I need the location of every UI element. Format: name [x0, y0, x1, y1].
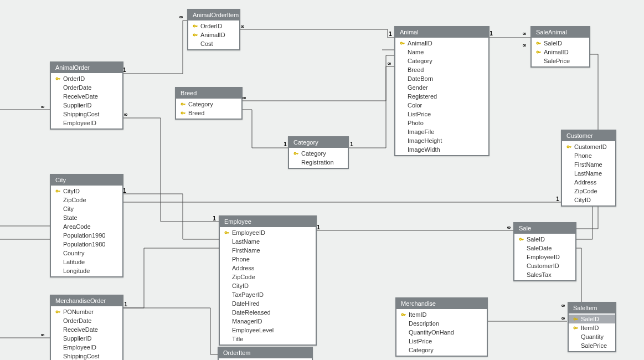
- table-header[interactable]: Merchandise: [396, 299, 487, 309]
- field-row[interactable]: FirstName: [562, 160, 615, 169]
- field-row[interactable]: Address: [220, 264, 316, 272]
- field-row[interactable]: CityID: [220, 281, 316, 290]
- field-row[interactable]: Photo: [395, 119, 488, 127]
- table-animalorderitem[interactable]: AnimalOrderItemOrderIDAnimalIDCost: [187, 9, 240, 50]
- table-header[interactable]: SaleAnimal: [532, 27, 589, 38]
- field-row[interactable]: AnimalID: [395, 39, 488, 48]
- field-row[interactable]: Quantity: [569, 332, 615, 341]
- field-row[interactable]: Breed: [395, 65, 488, 74]
- table-header[interactable]: AnimalOrder: [51, 63, 122, 73]
- table-city[interactable]: CityCityIDZipCodeCityStateAreaCodePopula…: [50, 174, 123, 277]
- table-header[interactable]: SaleItem: [569, 303, 615, 313]
- table-header[interactable]: Customer: [562, 131, 615, 141]
- table-header[interactable]: Sale: [514, 223, 575, 234]
- field-row[interactable]: EmployeeID: [220, 228, 316, 237]
- field-row[interactable]: Title: [220, 335, 316, 343]
- field-row[interactable]: Population1990: [51, 231, 122, 240]
- field-row[interactable]: SupplierID: [51, 334, 122, 343]
- table-header[interactable]: Employee: [220, 217, 316, 227]
- field-row[interactable]: ZipCode: [562, 187, 615, 196]
- field-row[interactable]: EmployeeID: [51, 343, 122, 352]
- field-row[interactable]: Latitude: [51, 258, 122, 266]
- field-row[interactable]: OrderID: [188, 22, 239, 30]
- field-row[interactable]: Name: [395, 48, 488, 56]
- table-category[interactable]: CategoryCategoryRegistration: [288, 136, 349, 169]
- field-row[interactable]: ZipCode: [51, 196, 122, 204]
- field-row[interactable]: CustomerID: [514, 261, 575, 270]
- field-row[interactable]: Address: [562, 178, 615, 187]
- field-row[interactable]: ImageWidth: [395, 145, 488, 154]
- table-header[interactable]: AnimalOrderItem: [188, 10, 239, 20]
- field-row[interactable]: LastName: [562, 169, 615, 178]
- field-row[interactable]: FirstName: [220, 246, 316, 255]
- field-row[interactable]: Gender: [395, 83, 488, 92]
- field-row[interactable]: Country: [51, 249, 122, 258]
- field-row[interactable]: CityID: [51, 187, 122, 196]
- field-row[interactable]: EmployeeLevel: [220, 326, 316, 335]
- table-sale[interactable]: SaleSaleIDSaleDateEmployeeIDCustomerIDSa…: [513, 222, 576, 281]
- field-row[interactable]: Category: [176, 100, 241, 109]
- table-header[interactable]: City: [51, 175, 122, 186]
- field-row[interactable]: OrderDate: [51, 83, 122, 92]
- table-animal[interactable]: AnimalAnimalIDNameCategoryBreedDateBornG…: [394, 26, 490, 156]
- field-row[interactable]: AnimalID: [532, 48, 589, 56]
- field-row[interactable]: CityID: [562, 196, 615, 204]
- field-row[interactable]: ReceiveDate: [51, 325, 122, 334]
- field-row[interactable]: Population1980: [51, 240, 122, 249]
- field-row[interactable]: EmployeeID: [514, 253, 575, 261]
- table-customer[interactable]: CustomerCustomerIDPhoneFirstNameLastName…: [561, 130, 616, 207]
- field-row[interactable]: ImageHeight: [395, 136, 488, 145]
- field-row[interactable]: ShippingCost: [51, 110, 122, 119]
- table-header[interactable]: Animal: [395, 27, 488, 38]
- field-row[interactable]: DateReleased: [220, 308, 316, 317]
- field-row[interactable]: SaleID: [569, 315, 615, 323]
- field-row[interactable]: PONumber: [51, 307, 122, 316]
- field-row[interactable]: Phone: [562, 151, 615, 160]
- field-row[interactable]: ListPrice: [396, 337, 487, 346]
- field-row[interactable]: TaxPayerID: [220, 290, 316, 299]
- field-row[interactable]: LastName: [220, 237, 316, 246]
- table-saleanimal[interactable]: SaleAnimalSaleIDAnimalIDSalePrice: [530, 26, 590, 68]
- table-header[interactable]: OrderItem: [219, 348, 312, 358]
- table-merchandise[interactable]: MerchandiseItemIDDescriptionQuantityOnHa…: [395, 297, 488, 357]
- field-row[interactable]: ListPrice: [395, 110, 488, 119]
- field-row[interactable]: SalePrice: [569, 341, 615, 350]
- field-row[interactable]: City: [51, 204, 122, 213]
- table-breed[interactable]: BreedCategoryBreed: [175, 87, 243, 120]
- field-row[interactable]: OrderID: [51, 74, 122, 83]
- field-row[interactable]: Registered: [395, 92, 488, 101]
- field-row[interactable]: QuantityOnHand: [396, 328, 487, 337]
- table-employee[interactable]: EmployeeEmployeeIDLastNameFirstNamePhone…: [219, 215, 317, 346]
- field-row[interactable]: Longitude: [51, 266, 122, 275]
- field-row[interactable]: Registration: [289, 158, 348, 167]
- table-header[interactable]: Breed: [176, 88, 241, 99]
- table-saleitem[interactable]: SaleItemSaleIDItemIDQuantitySalePrice: [568, 302, 616, 352]
- field-row[interactable]: SupplierID: [51, 101, 122, 110]
- field-row[interactable]: Color: [395, 101, 488, 110]
- field-row[interactable]: ItemID: [396, 310, 487, 319]
- field-row[interactable]: OrderDate: [51, 316, 122, 325]
- field-row[interactable]: ShippingCost: [51, 352, 122, 360]
- table-orderitem[interactable]: OrderItemPONumber: [218, 347, 313, 360]
- field-row[interactable]: SaleDate: [514, 244, 575, 253]
- field-row[interactable]: Breed: [176, 109, 241, 117]
- field-row[interactable]: SaleID: [514, 235, 575, 244]
- field-row[interactable]: AreaCode: [51, 222, 122, 231]
- field-row[interactable]: Category: [395, 56, 488, 65]
- field-row[interactable]: ManagerID: [220, 317, 316, 326]
- field-row[interactable]: DateBorn: [395, 74, 488, 83]
- table-merchandiseorder[interactable]: MerchandiseOrderPONumberOrderDateReceive…: [50, 295, 123, 360]
- field-row[interactable]: ZipCode: [220, 272, 316, 281]
- field-row[interactable]: State: [51, 213, 122, 222]
- field-row[interactable]: AnimalID: [188, 30, 239, 39]
- field-row[interactable]: SalePrice: [532, 56, 589, 65]
- field-row[interactable]: SaleID: [532, 39, 589, 48]
- field-row[interactable]: ItemID: [569, 323, 615, 332]
- table-header[interactable]: Category: [289, 137, 348, 148]
- field-row[interactable]: Category: [396, 346, 487, 354]
- field-row[interactable]: Phone: [220, 255, 316, 264]
- field-row[interactable]: SalesTax: [514, 270, 575, 279]
- field-row[interactable]: DateHired: [220, 299, 316, 308]
- field-row[interactable]: ReceiveDate: [51, 92, 122, 101]
- table-animalorder[interactable]: AnimalOrderOrderIDOrderDateReceiveDateSu…: [50, 61, 123, 130]
